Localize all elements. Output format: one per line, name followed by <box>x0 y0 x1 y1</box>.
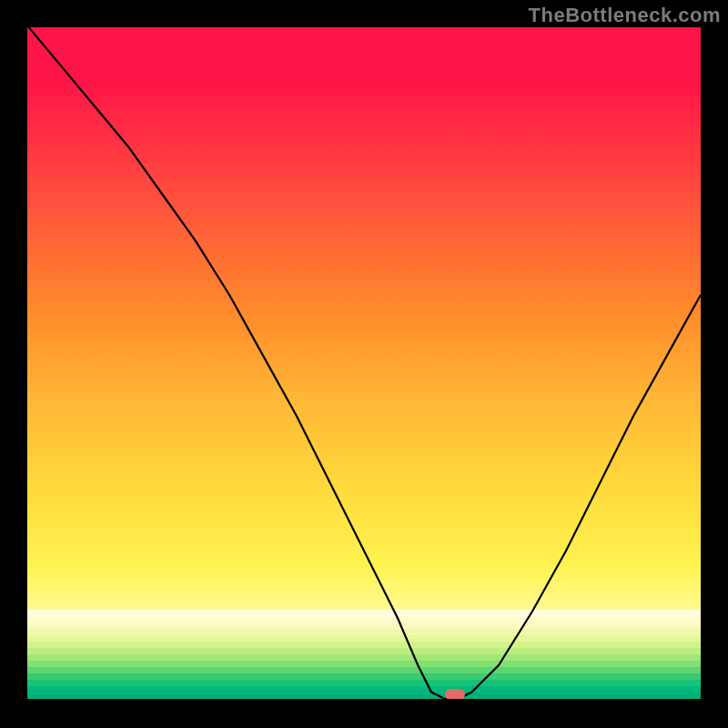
strip <box>27 693 701 699</box>
strip <box>27 661 701 667</box>
strip <box>27 667 701 673</box>
watermark-text: TheBottleneck.com <box>529 4 721 27</box>
strip <box>27 673 701 680</box>
strip <box>27 642 701 648</box>
strip <box>27 648 701 654</box>
strip <box>27 629 701 635</box>
strip <box>27 610 701 616</box>
x-axis-baseline <box>27 699 701 701</box>
strip <box>27 616 701 622</box>
heat-gradient <box>27 27 701 701</box>
strip <box>27 680 701 686</box>
plot-area <box>27 27 701 701</box>
strip <box>27 635 701 642</box>
strip <box>27 622 701 629</box>
chart-frame: TheBottleneck.com <box>0 0 728 728</box>
strip <box>27 654 701 661</box>
strip <box>27 686 701 693</box>
